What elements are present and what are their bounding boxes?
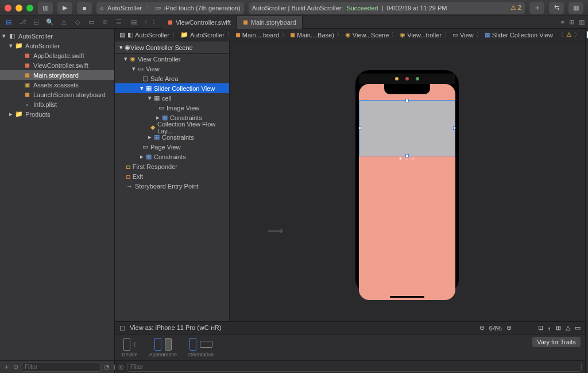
device-screen[interactable]: ● ○ ○: [359, 84, 455, 300]
outline-view-controller[interactable]: ▾◉View Controller: [115, 54, 229, 64]
view-as-label[interactable]: View as: iPhone 11 Pro (ᴡC ʜR): [130, 324, 221, 332]
close-icon[interactable]: [5, 5, 11, 11]
editor-nav: ▤ 〈 〉: [127, 18, 162, 26]
editor-options: ≡ ⊞ ▥: [558, 18, 588, 26]
resize-handle-right[interactable]: [453, 126, 455, 130]
stop-button[interactable]: ■: [77, 2, 92, 14]
jump-forward-icon[interactable]: 〉: [574, 30, 581, 39]
device-statusbar: [359, 74, 455, 84]
warnings-badge[interactable]: ⚠︎ 2: [510, 4, 521, 11]
filter-scope-icon[interactable]: ⊙: [13, 363, 18, 371]
adjust-editor-icon[interactable]: ⊞: [569, 18, 574, 26]
file-main-storyboard[interactable]: ◼Main.storyboard: [0, 70, 114, 80]
related-items-icon[interactable]: ▤: [119, 31, 125, 39]
stack-icon[interactable]: ▭: [575, 324, 581, 332]
project-navigator-icon[interactable]: ▤: [5, 18, 13, 26]
editor-tabs: ◼ViewController.swift ◼Main.storyboard: [162, 16, 558, 29]
view-as-bar: ▢ View as: iPhone 11 Pro (ᴡC ʜR) ⊖ 64% ⊕…: [115, 321, 585, 334]
outline-cell[interactable]: ▾▦cell: [115, 93, 229, 103]
add-file-icon[interactable]: ＋: [3, 363, 10, 371]
folder-products[interactable]: ▸📁Products: [0, 109, 114, 119]
forward-icon[interactable]: 〉: [152, 18, 158, 26]
outline-constraints-3[interactable]: ▸▦Constraints: [115, 152, 229, 161]
home-indicator-icon: [390, 296, 424, 298]
outline-page-view[interactable]: ▭Page View: [115, 142, 229, 152]
scene-header: ▾ ◉ View Controller Scene: [115, 41, 229, 54]
outline-first-responder[interactable]: ◘First Responder: [115, 161, 229, 171]
zoom-in-icon[interactable]: ⊕: [506, 324, 512, 332]
add-editor-icon[interactable]: ▥: [579, 18, 585, 26]
titlebar: ▥ ▶ ■ ⟐AutoScroller〉▭iPod touch (7th gen…: [0, 0, 588, 16]
file-viewcontroller[interactable]: ◼ViewController.swift: [0, 60, 114, 70]
auto-layout-icon[interactable]: ◎: [118, 363, 124, 371]
jump-warning-icon[interactable]: ⚠︎: [566, 31, 572, 39]
file-appdelegate[interactable]: ◼AppDelegate.swift: [0, 51, 114, 60]
pin-icon[interactable]: ⊞: [556, 324, 561, 332]
device-frame: ● ○ ○: [355, 70, 459, 293]
align-icon[interactable]: ⫞: [548, 325, 551, 332]
source-control-icon[interactable]: ⎇: [18, 18, 26, 26]
report-navigator-icon[interactable]: ☰: [115, 18, 123, 26]
test-navigator-icon[interactable]: ◇: [74, 18, 82, 26]
run-button[interactable]: ▶: [57, 2, 72, 14]
outline-exit[interactable]: ◘Exit: [115, 171, 229, 181]
resize-handle-left[interactable]: [359, 126, 361, 130]
zoom-window-icon[interactable]: [26, 5, 33, 11]
activity-viewer: AutoScroller | Build AutoScroller: Succe…: [249, 2, 525, 14]
library-button[interactable]: ＋: [529, 2, 544, 14]
outline-toggle-icon[interactable]: ▤: [131, 18, 137, 26]
scheme-selector[interactable]: ⟐AutoScroller〉▭iPod touch (7th generatio…: [96, 2, 244, 14]
section-scroll-view: Scroll View: [586, 128, 588, 147]
file-inspector-icon[interactable]: 📄: [586, 31, 588, 39]
panel-toggle-left[interactable]: ▥: [38, 2, 53, 14]
filter-input[interactable]: [22, 363, 100, 372]
selected-collection-view[interactable]: [359, 100, 455, 156]
outline-image-view[interactable]: ▭Image View: [115, 103, 229, 113]
vary-for-traits-button[interactable]: Vary for Traits: [532, 337, 581, 347]
code-review-button[interactable]: ⇆: [549, 2, 564, 14]
tab-viewcontroller[interactable]: ◼ViewController.swift: [162, 16, 237, 29]
debug-navigator-icon[interactable]: ▭: [87, 18, 95, 26]
project-root[interactable]: ▾◧AutoScroller: [0, 31, 114, 41]
trait-orientation[interactable]: Orientation: [188, 338, 214, 357]
editor-area: ▤ ◧AutoScroller〉 📁AutoScroller〉 ◼Main...…: [115, 29, 585, 373]
folder-autoscroller[interactable]: ▾📁AutoScroller: [0, 41, 114, 51]
outline-safe-area[interactable]: ▢Safe Area: [115, 74, 229, 83]
canvas-bottom-bar: ◎: [115, 360, 585, 373]
inspector-panel: 📄 ◔ ? ▭ ☰ 📏 → Collection View Items1 Lay…: [585, 29, 588, 373]
recent-filter-icon[interactable]: ◔: [104, 363, 110, 371]
back-icon[interactable]: 〈: [141, 18, 148, 26]
traits-bar: ⟨ Device Appearance Orientation Vary for…: [115, 334, 585, 360]
device-config-icon[interactable]: ▢: [119, 324, 125, 332]
outline-view[interactable]: ▾▭View: [115, 64, 229, 74]
breakpoint-navigator-icon[interactable]: ⎚: [101, 18, 109, 26]
embed-icon[interactable]: ⊡: [538, 324, 543, 332]
trait-appearance[interactable]: Appearance: [149, 338, 177, 357]
panel-toggle-right[interactable]: ▥: [568, 2, 583, 14]
zoom-level[interactable]: 64%: [489, 325, 502, 332]
trait-device[interactable]: ⟨ Device: [122, 338, 138, 357]
outline-flow-layout[interactable]: ◆Collection View Flow Lay...: [115, 122, 229, 132]
project-navigator: ▾◧AutoScroller ▾📁AutoScroller ◼AppDelega…: [0, 29, 115, 373]
outline-entry-point[interactable]: →Storyboard Entry Point: [115, 181, 229, 191]
editor-mode-icon[interactable]: ≡: [561, 19, 564, 26]
tab-main-storyboard[interactable]: ◼Main.storyboard: [237, 16, 303, 29]
inspector-tabs: 📄 ◔ ? ▭ ☰ 📏 →: [586, 29, 588, 41]
minimize-icon[interactable]: [16, 5, 22, 11]
symbol-navigator-icon[interactable]: ⌸: [32, 18, 40, 26]
file-assets[interactable]: ▣Assets.xcassets: [0, 80, 114, 90]
jump-bar[interactable]: ▤ ◧AutoScroller〉 📁AutoScroller〉 ◼Main...…: [115, 29, 585, 41]
jump-back-icon[interactable]: 〈: [558, 30, 564, 39]
file-info-plist[interactable]: ▫Info.plist: [0, 99, 114, 109]
issue-navigator-icon[interactable]: △: [60, 18, 68, 26]
zoom-out-icon[interactable]: ⊖: [479, 324, 485, 332]
resolve-issues-icon[interactable]: △: [566, 324, 570, 332]
ib-canvas[interactable]: ⟶ ● ○ ○: [230, 41, 585, 321]
find-navigator-icon[interactable]: 🔍: [46, 18, 54, 26]
file-launchscreen[interactable]: ◼LaunchScreen.storyboard: [0, 90, 114, 99]
resize-handle-top[interactable]: [405, 99, 409, 102]
outline-slider-collection-view[interactable]: ▾▦Slider Collection View: [115, 83, 229, 93]
canvas-filter-input[interactable]: [127, 363, 582, 372]
window-controls: [5, 5, 33, 11]
storyboard-entry-arrow-icon: ⟶: [267, 224, 284, 237]
